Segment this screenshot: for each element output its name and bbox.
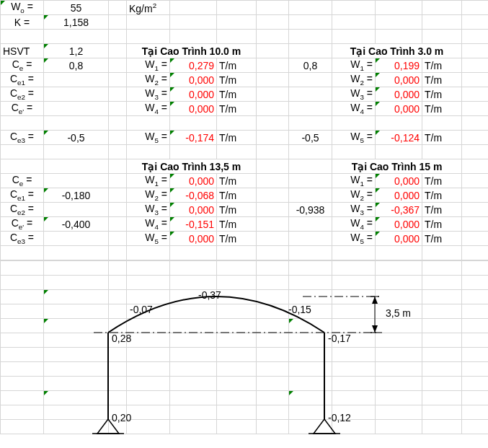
cell-Ce-2[interactable]: Ce = bbox=[1, 174, 44, 188]
b10-W3-v[interactable]: 0,000 bbox=[170, 87, 217, 102]
d-l-bot: 0,20 bbox=[112, 412, 131, 423]
b10-W5-v[interactable]: -0,174 bbox=[170, 131, 217, 145]
b3-W3-v[interactable]: 0,000 bbox=[376, 87, 422, 102]
b3-W2-v[interactable]: 0,000 bbox=[376, 73, 422, 87]
b135-W5-v[interactable]: 0,000 bbox=[170, 232, 217, 246]
b10-W4-v[interactable]: 0,000 bbox=[170, 102, 217, 116]
cell-Ce3-val[interactable]: -0,5 bbox=[44, 131, 109, 145]
b135-W4-v[interactable]: -0,151 bbox=[170, 217, 217, 232]
cell-Ce2[interactable]: Ce2 = bbox=[1, 87, 44, 102]
cell-Cep[interactable]: Ce' = bbox=[1, 102, 44, 116]
cell-Ce1[interactable]: Ce1 = bbox=[1, 73, 44, 87]
b10-side-bot[interactable]: -0,5 bbox=[289, 131, 332, 145]
b15-W2-v[interactable]: 0,000 bbox=[376, 188, 422, 203]
cell-Ce3[interactable]: Ce3 = bbox=[1, 131, 44, 145]
b15-W4-v[interactable]: 0,000 bbox=[376, 217, 422, 232]
cell-Wo-label[interactable]: Wo = bbox=[1, 1, 44, 15]
b3-W4-v[interactable]: 0,000 bbox=[376, 102, 422, 116]
title-135[interactable]: Tại Cao Trình 13,5 m bbox=[127, 159, 257, 174]
d-arc-m: -0,37 bbox=[198, 289, 221, 301]
b135-W2-v[interactable]: -0,068 bbox=[170, 188, 217, 203]
spreadsheet: Wo = 55 Kg/m2 K = 1,158 HSVT 1,2 Tại Cao… bbox=[0, 0, 488, 260]
b10-W4-l[interactable]: W4 = bbox=[127, 102, 170, 116]
d-l-top: 0,28 bbox=[112, 333, 131, 344]
b3-W1-u[interactable]: T/m bbox=[422, 58, 462, 73]
cell-K-val[interactable]: 1,158 bbox=[44, 15, 109, 30]
b10-W1-u[interactable]: T/m bbox=[217, 58, 257, 73]
b10-W1-v[interactable]: 0,279 bbox=[170, 58, 217, 73]
b15-W1-v[interactable]: 0,000 bbox=[376, 174, 422, 188]
diagram-grid bbox=[0, 260, 488, 434]
b15-W3-v[interactable]: -0,367 bbox=[376, 203, 422, 217]
b135-W3-v[interactable]: 0,000 bbox=[170, 203, 217, 217]
diagram-area: -0,37 -0,07 -0,15 0,28 0,20 -0,17 -0,12 … bbox=[0, 260, 488, 448]
b3-W3-l[interactable]: W3 = bbox=[332, 87, 376, 102]
cell-Ce1-val2[interactable]: -0,180 bbox=[44, 188, 109, 203]
b10-side-top[interactable]: 0,8 bbox=[289, 58, 332, 73]
cell-K-label[interactable]: K = bbox=[1, 15, 44, 30]
d-r-bot: -0,12 bbox=[328, 412, 351, 423]
cell-Ce2-2[interactable]: Ce2 = bbox=[1, 203, 44, 217]
cell-Cep-2[interactable]: Ce' = bbox=[1, 217, 44, 232]
cell-Ce1-2[interactable]: Ce1 = bbox=[1, 188, 44, 203]
b3-W2-l[interactable]: W2 = bbox=[332, 73, 376, 87]
b3-W1-l[interactable]: W1 = bbox=[332, 58, 376, 73]
b10-W2-v[interactable]: 0,000 bbox=[170, 73, 217, 87]
cell-HSVT-label[interactable]: HSVT bbox=[1, 44, 44, 58]
cell-Ce[interactable]: Ce = bbox=[1, 58, 44, 73]
d-arc-r: -0,15 bbox=[288, 304, 311, 315]
cell-Wo-unit[interactable]: Kg/m2 bbox=[127, 1, 170, 15]
b135-W1-v[interactable]: 0,000 bbox=[170, 174, 217, 188]
cell-Ce-val[interactable]: 0,8 bbox=[44, 58, 109, 73]
b15-W5-v[interactable]: 0,000 bbox=[376, 232, 422, 246]
cell-Wo-val[interactable]: 55 bbox=[44, 1, 109, 15]
b10-W3-l[interactable]: W3 = bbox=[127, 87, 170, 102]
title-15[interactable]: Tại Cao Trình 15 m bbox=[332, 159, 462, 174]
title-3[interactable]: Tại Cao Trình 3.0 m bbox=[332, 44, 462, 58]
title-10[interactable]: Tại Cao Trình 10.0 m bbox=[127, 44, 257, 58]
b10-W2-l[interactable]: W2 = bbox=[127, 73, 170, 87]
d-height: 3,5 m bbox=[386, 307, 411, 319]
b3-W5-v[interactable]: -0,124 bbox=[376, 131, 422, 145]
b10-W1-l[interactable]: W1 = bbox=[127, 58, 170, 73]
cell-Ce3-2[interactable]: Ce3 = bbox=[1, 232, 44, 246]
b3-W4-l[interactable]: W4 = bbox=[332, 102, 376, 116]
b135-side[interactable]: -0,938 bbox=[289, 203, 332, 217]
cell-Cep-val2[interactable]: -0,400 bbox=[44, 217, 109, 232]
b3-W5-l[interactable]: W5 = bbox=[332, 131, 376, 145]
d-arc-l: -0,07 bbox=[130, 304, 153, 315]
cell-HSVT-val[interactable]: 1,2 bbox=[44, 44, 109, 58]
b3-W1-v[interactable]: 0,199 bbox=[376, 58, 422, 73]
b10-W5-l[interactable]: W5 = bbox=[127, 131, 170, 145]
d-r-top: -0,17 bbox=[328, 333, 351, 344]
